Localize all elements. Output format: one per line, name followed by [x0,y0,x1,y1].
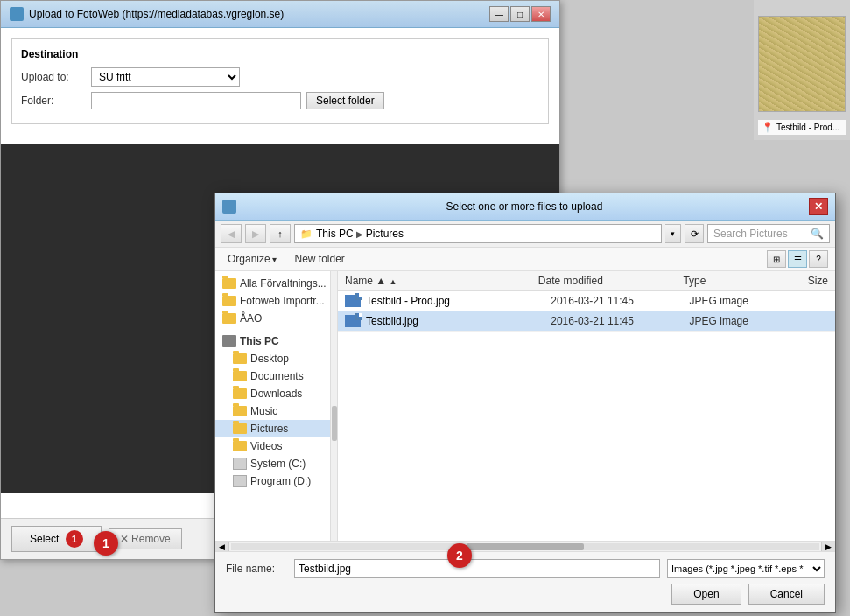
remove-button[interactable]: ✕ Remove [109,528,182,550]
file-browser-dialog: Select one or more files to upload ✕ ◀ ▶… [214,192,836,612]
folder-input[interactable] [91,92,301,109]
sidebar-item-program-d[interactable]: Program (D:) [215,472,337,490]
file-date-2: 2016-03-21 11:45 [551,315,689,327]
filetype-select[interactable]: Images (*.jpg *.jpeg *.tif *.eps * [667,559,825,578]
maximize-button[interactable]: □ [510,6,530,22]
open-button[interactable]: Open [671,584,741,605]
destination-label: Destination [21,48,539,60]
folder-icon [233,424,247,434]
breadcrumb-arrow-1: ▶ [356,229,363,239]
location-icon: 📍 [762,122,774,133]
upload-title-icon [10,7,24,21]
list-view-button[interactable]: ⊞ [767,250,786,268]
address-folder-icon: 📁 [300,228,313,240]
breadcrumb: This PC ▶ Pictures [316,228,404,240]
upload-dialog-title: Upload to FotoWeb (https://mediadatabas.… [29,8,489,20]
step-1-badge: 1 [94,531,118,556]
file-dialog-icon [222,200,236,214]
dialog-action-buttons: Open Cancel [226,584,825,605]
pc-icon [222,335,236,347]
scroll-track[interactable] [231,543,819,550]
file-dialog-close-button[interactable]: ✕ [809,198,828,215]
sidebar-scrollbar[interactable] [330,271,337,541]
file-type-1: JPEG image [690,295,783,307]
view-controls: ⊞ ☰ ? [767,250,828,268]
details-view-button[interactable]: ☰ [788,250,807,268]
file-name-1: Testbild - Prod.jpg [366,295,551,307]
folder-icon [222,313,236,324]
sidebar-item-alla[interactable]: Alla Förvaltnings... [215,275,337,292]
folder-icon [233,441,247,452]
help-button[interactable]: ? [809,250,828,268]
scroll-right-arrow[interactable]: ▶ [821,542,835,552]
file-list-header: Name ▲ Date modified Type Size [338,271,835,291]
upload-to-label: Upload to: [21,71,91,83]
address-dropdown-button[interactable]: ▾ [665,224,681,243]
folder-icon [222,296,236,306]
folder-icon [233,406,247,416]
scroll-thumb [467,543,584,550]
sidebar-item-fotoweb[interactable]: Fotoweb Importr... [215,292,337,310]
file-toolbar: ◀ ▶ ↑ 📁 This PC ▶ Pictures ▾ ⟳ Search Pi… [215,220,835,248]
sidebar-item-pictures[interactable]: Pictures [215,420,337,438]
file-icon [345,315,361,327]
column-name[interactable]: Name ▲ [345,275,538,287]
upload-to-select[interactable]: SU fritt [91,67,240,87]
address-bar[interactable]: 📁 This PC ▶ Pictures [294,224,662,243]
back-button[interactable]: ◀ [221,224,242,243]
drive-icon [233,475,247,487]
organize-button[interactable]: Organize [222,251,282,267]
sidebar-scroll-thumb [332,406,337,441]
column-date[interactable]: Date modified [538,275,684,287]
column-size[interactable]: Size [780,275,828,287]
breadcrumb-part-1: This PC [316,228,354,240]
minimize-button[interactable]: — [489,6,509,22]
select-button[interactable]: Select 1 [11,526,102,552]
sidebar-item-aao[interactable]: ÅAO [215,310,337,327]
thumbnail-label: Testbild - Prod... [776,122,839,132]
thumbnail-label-bar: 📍 Testbild - Prod... [758,120,846,135]
window-controls: — □ ✕ [489,6,551,22]
drive-icon [233,458,247,470]
file-dialog-bottom: File name: Images (*.jpg *.jpeg *.tif *.… [215,551,835,612]
sidebar-item-documents[interactable]: Documents [215,368,337,385]
sidebar-item-downloads[interactable]: Downloads [215,385,337,402]
scroll-left-arrow[interactable]: ◀ [215,542,229,552]
file-date-1: 2016-03-21 11:45 [551,295,689,307]
folder-row: Folder: Select folder [21,92,539,109]
sidebar-item-system-c[interactable]: System (C:) [215,455,337,472]
file-type-2: JPEG image [690,315,783,327]
close-button[interactable]: ✕ [531,6,551,22]
column-type[interactable]: Type [683,275,779,287]
forward-button[interactable]: ▶ [245,224,266,243]
sidebar-item-videos[interactable]: Videos [215,438,337,455]
search-icon: 🔍 [811,228,824,240]
upload-to-row: Upload to: SU fritt [21,67,539,87]
cancel-button[interactable]: Cancel [748,584,825,605]
filename-input[interactable] [294,559,660,578]
file-dialog-title: Select one or more files to upload [240,200,809,213]
table-row[interactable]: Testbild.jpg 2016-03-21 11:45 JPEG image [338,312,835,332]
select-folder-button[interactable]: Select folder [306,92,384,109]
file-content: Alla Förvaltnings... Fotoweb Importr... … [215,271,835,541]
file-sidebar: Alla Förvaltnings... Fotoweb Importr... … [215,271,338,541]
new-folder-button[interactable]: New folder [289,251,349,267]
thumbnail-image [758,16,846,112]
right-panel: 📍 Testbild - Prod... [754,0,850,140]
horizontal-scrollbar[interactable]: ◀ ▶ [215,541,835,551]
sidebar-item-desktop[interactable]: Desktop [215,350,337,368]
file-subtoolbar: Organize New folder ⊞ ☰ ? [215,248,835,271]
folder-label: Folder: [21,94,91,107]
table-row[interactable]: Testbild - Prod.jpg 2016-03-21 11:45 JPE… [338,291,835,312]
filename-row: File name: Images (*.jpg *.jpeg *.tif *.… [226,559,825,578]
file-dialog-titlebar: Select one or more files to upload ✕ [215,193,835,220]
refresh-button[interactable]: ⟳ [685,224,704,243]
file-list: Name ▲ Date modified Type Size Testbild … [338,271,835,541]
search-placeholder: Search Pictures [713,228,811,240]
sidebar-item-this-pc[interactable]: This PC [215,332,337,350]
upload-dialog-titlebar: Upload to FotoWeb (https://mediadatabas.… [1,1,559,28]
up-button[interactable]: ↑ [270,224,291,243]
sidebar-item-music[interactable]: Music [215,402,337,420]
search-bar[interactable]: Search Pictures 🔍 [707,224,830,243]
folder-icon [222,278,236,289]
